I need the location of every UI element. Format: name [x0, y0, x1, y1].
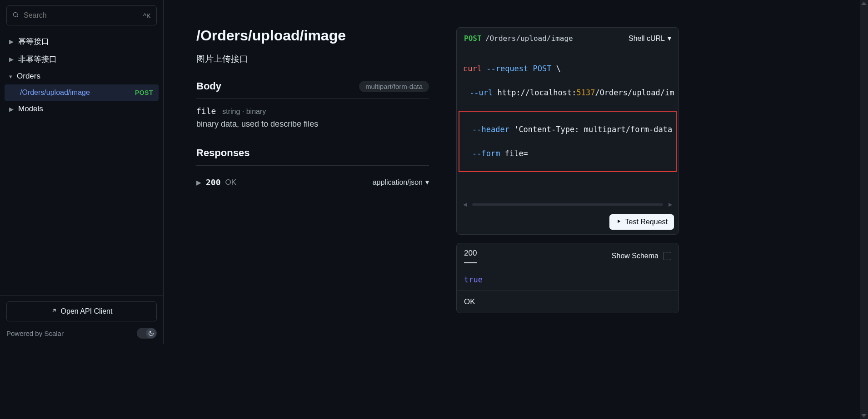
theme-toggle[interactable]	[137, 328, 157, 339]
open-api-client-button[interactable]: Open API Client	[6, 301, 157, 321]
chevron-right-icon: ▶	[9, 106, 14, 113]
scroll-left-icon: ◀	[463, 202, 467, 207]
sidebar: ^K ▶ 幂等接口 ▶ 非幂等接口 ▾ Orders /Orders/uploa…	[0, 0, 164, 344]
scroll-down-icon	[861, 414, 867, 417]
annotation-highlight-box: --header 'Content-Type: multipart/form-d…	[459, 111, 677, 173]
code-sample-header: POST /Orders/upload/image Shell cURL ▾	[457, 28, 678, 49]
sidebar-sub-label: /Orders/upload/image	[20, 89, 90, 97]
doc-column: /Orders/upload/image 图片上传接口 Body multipa…	[196, 27, 429, 326]
field-description: binary data, used to describe files	[196, 119, 429, 129]
code-method: POST	[464, 34, 482, 43]
sidebar-footer: Open API Client Powered by Scalar	[0, 296, 163, 344]
code-token: 'Content-Type: multipart/form-data	[514, 125, 672, 134]
powered-by-label: Powered by Scalar	[6, 330, 64, 337]
moon-icon	[146, 328, 156, 338]
search-shortcut: ^K	[143, 12, 151, 20]
code-token: /Orders/upload/im	[595, 88, 674, 97]
main-content: /Orders/upload/image 图片上传接口 Body multipa…	[164, 0, 706, 344]
show-schema-toggle[interactable]: Show Schema	[612, 252, 671, 260]
sidebar-item-nonidempotent[interactable]: ▶ 非幂等接口	[0, 50, 163, 68]
scroll-right-icon: ▶	[668, 202, 672, 207]
code-token: POST	[533, 64, 552, 73]
field-type: string · binary	[222, 108, 266, 115]
responses-section-title: Responses	[196, 147, 249, 159]
code-horizontal-scrollbar[interactable]: ◀ ▶	[463, 202, 672, 206]
play-icon	[616, 218, 622, 226]
response-status-code: 200	[206, 177, 221, 187]
show-schema-label: Show Schema	[612, 252, 658, 260]
sidebar-item-models[interactable]: ▶ Models	[0, 101, 163, 117]
response-content-type-label: application/json	[373, 178, 423, 187]
sidebar-item-idempotent[interactable]: ▶ 幂等接口	[0, 33, 163, 50]
chevron-down-icon: ▾	[668, 34, 671, 43]
http-method-badge: POST	[135, 89, 153, 96]
chevron-right-icon: ▶	[196, 179, 201, 186]
code-token: --url	[469, 88, 493, 97]
code-token: --form	[472, 149, 500, 158]
scrollbar-track[interactable]	[472, 203, 663, 206]
search-icon	[12, 11, 19, 20]
svg-point-0	[14, 12, 18, 16]
code-sample-panel: POST /Orders/upload/image Shell cURL ▾ c…	[456, 27, 679, 235]
responses-section: Responses ▶ 200 OK application/json ▾	[196, 147, 429, 192]
language-select[interactable]: Shell cURL ▾	[629, 34, 671, 43]
response-preview-panel: 200 Show Schema true OK	[456, 243, 679, 313]
sidebar-item-upload-image[interactable]: /Orders/upload/image POST	[5, 84, 159, 101]
code-token: curl	[463, 64, 482, 73]
chevron-down-icon: ▾	[425, 178, 429, 187]
endpoint-title: /Orders/upload/image	[196, 27, 429, 44]
sidebar-item-label: 幂等接口	[18, 36, 49, 47]
nav-list: ▶ 幂等接口 ▶ 非幂等接口 ▾ Orders /Orders/upload/i…	[0, 31, 163, 296]
scroll-up-icon	[861, 2, 867, 5]
response-preview-body: true	[457, 269, 678, 291]
code-token: --header	[472, 125, 509, 134]
code-column: POST /Orders/upload/image Shell cURL ▾ c…	[456, 27, 679, 326]
response-row[interactable]: ▶ 200 OK application/json ▾	[196, 173, 429, 192]
chevron-right-icon: ▶	[9, 56, 14, 63]
sidebar-item-label: 非幂等接口	[18, 54, 57, 64]
response-preview-status: OK	[457, 291, 678, 313]
search-box[interactable]: ^K	[6, 5, 157, 25]
response-status-text: OK	[225, 178, 237, 187]
test-request-label: Test Request	[625, 218, 668, 226]
content-type-badge: multipart/form-data	[359, 81, 429, 92]
test-request-button[interactable]: Test Request	[609, 214, 674, 230]
code-token: http://localhost:	[497, 88, 576, 97]
sidebar-item-orders[interactable]: ▾ Orders	[0, 68, 163, 84]
sidebar-item-label: Orders	[17, 72, 40, 81]
endpoint-description: 图片上传接口	[196, 53, 429, 65]
code-token: 5137	[576, 88, 595, 97]
external-link-icon	[51, 307, 57, 315]
search-input[interactable]	[24, 11, 143, 20]
svg-line-1	[17, 16, 18, 17]
language-label: Shell cURL	[629, 35, 665, 43]
response-preview-header: 200 Show Schema	[457, 243, 678, 269]
show-schema-checkbox[interactable]	[663, 252, 671, 260]
open-api-client-label: Open API Client	[61, 307, 113, 315]
body-section-header: Body multipart/form-data	[196, 80, 429, 99]
code-token: --request	[486, 64, 528, 73]
code-sample-body: curl --request POST \ --url http://local…	[457, 49, 678, 200]
code-path: /Orders/upload/image	[485, 34, 573, 43]
response-content-type-select[interactable]: application/json ▾	[373, 178, 429, 187]
window-scrollbar[interactable]	[860, 0, 868, 419]
chevron-down-icon: ▾	[9, 73, 12, 80]
chevron-right-icon: ▶	[9, 38, 14, 45]
sidebar-item-label: Models	[18, 104, 43, 113]
response-tab-200[interactable]: 200	[464, 249, 477, 263]
body-section-title: Body	[196, 80, 221, 92]
body-field: file string · binary binary data, used t…	[196, 106, 429, 129]
code-token: \	[556, 64, 561, 73]
field-name: file	[196, 106, 216, 116]
code-token: file=	[505, 149, 528, 158]
